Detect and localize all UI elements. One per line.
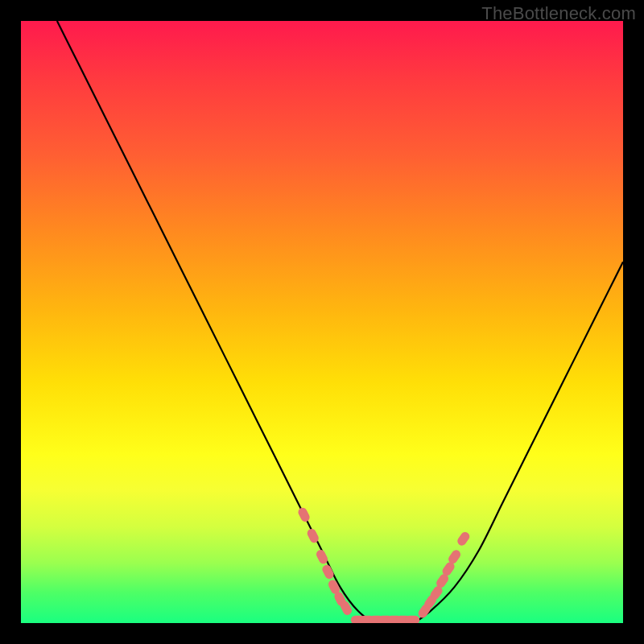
watermark-text: TheBottleneck.com	[481, 3, 636, 24]
plot-area	[21, 21, 623, 623]
outer-frame: TheBottleneck.com	[0, 0, 644, 644]
